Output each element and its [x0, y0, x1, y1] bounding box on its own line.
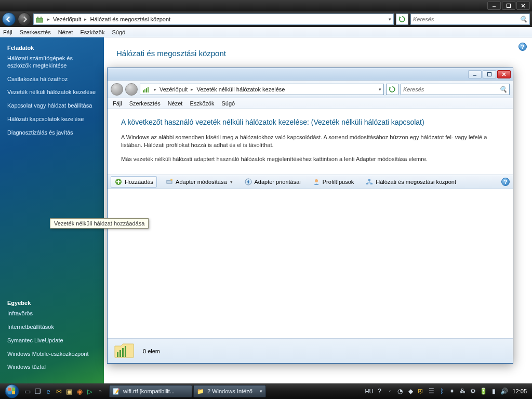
breadcrumb-sep-icon: ▸ [189, 87, 195, 92]
svg-rect-30 [125, 346, 126, 357]
toolbar-profile-label: Profiltípusok [323, 179, 354, 185]
dialog-close-button[interactable] [497, 70, 511, 78]
forward-button[interactable] [18, 12, 31, 26]
svg-rect-27 [117, 352, 118, 357]
breadcrumb-dropdown-icon[interactable]: ▾ [387, 17, 393, 22]
sidebar-task-view-computers[interactable]: Hálózati számítógépek és eszközök megtek… [7, 55, 98, 70]
tray-shield-icon[interactable]: ⛨ [417, 387, 425, 395]
close-button[interactable] [516, 2, 530, 10]
sidebar-other-firewall[interactable]: Windows tűzfal [7, 364, 98, 371]
tray-app-icon[interactable]: ⚙ [469, 387, 477, 395]
sidebar-task-setup-connection[interactable]: Kapcsolat vagy hálózat beállítása [7, 102, 98, 110]
dialog-help-icon[interactable]: ? [501, 178, 510, 186]
start-button[interactable] [2, 383, 22, 399]
wireless-network-list[interactable] [108, 189, 513, 338]
tray-volume-icon[interactable]: 🔊 [500, 387, 508, 395]
tray-app-icon[interactable]: ☰ [427, 387, 435, 395]
dialog-back-button[interactable] [111, 83, 123, 96]
address-breadcrumb[interactable]: ▸ Vezérlőpult ▸ Hálózati és megosztási k… [33, 14, 394, 25]
back-button[interactable] [2, 12, 16, 26]
dialog-bc-current[interactable]: Vezeték nélküli hálózatok kezelése [195, 86, 286, 92]
chevron-down-icon: ▾ [230, 179, 233, 184]
ql-ie-icon[interactable]: e [44, 385, 53, 397]
dialog-menu-file[interactable]: Fájl [113, 100, 122, 107]
dialog-maximize-button[interactable] [483, 70, 496, 78]
maximize-button[interactable] [502, 2, 515, 10]
breadcrumb-current[interactable]: Hálózati és megosztási központ [89, 16, 171, 22]
sidebar-task-manage-wireless[interactable]: Vezeték nélküli hálózatok kezelése [7, 89, 98, 96]
search-box[interactable]: 🔍 [410, 14, 530, 25]
tray-help-icon[interactable]: ? [375, 387, 383, 395]
ql-explorer-icon[interactable]: ▣ [64, 385, 74, 397]
dialog-minimize-button[interactable] [468, 70, 482, 78]
task-explorer-group[interactable]: 📁 2 Windows Intéző ▾ [193, 385, 266, 397]
tray-wifi-icon[interactable]: ▮ [489, 387, 498, 395]
dialog-paragraph-2: Más vezeték nélküli hálózati adaptert ha… [121, 155, 499, 163]
menu-file[interactable]: Fájl [3, 29, 12, 35]
dialog-menu-help[interactable]: Súgó [221, 100, 235, 107]
svg-rect-12 [144, 89, 145, 92]
ql-wmp-icon[interactable]: ▷ [85, 385, 95, 397]
toolbar-profile-types-button[interactable]: Profiltípusok [309, 177, 357, 187]
svg-rect-35 [12, 391, 15, 394]
svg-point-19 [170, 179, 172, 181]
minimize-button[interactable] [487, 2, 501, 10]
ql-mail-icon[interactable]: ✉ [54, 385, 63, 397]
dialog-menu-tools[interactable]: Eszközök [190, 100, 214, 107]
toolbar-change-adapter-button[interactable]: Adapter módosítása ▾ [162, 177, 235, 187]
menu-view[interactable]: Nézet [58, 29, 73, 35]
tray-app-icon[interactable]: ◆ [406, 387, 415, 395]
svg-rect-14 [148, 87, 149, 92]
menu-help[interactable]: Súgó [112, 29, 125, 35]
dialog-breadcrumb[interactable]: ▸ Vezérlőpult ▸ Vezeték nélküli hálózato… [140, 84, 384, 95]
sidebar-other-infrared[interactable]: Infravörös [7, 310, 98, 317]
breadcrumb-dropdown-icon[interactable]: ▾ [377, 87, 383, 92]
help-icon[interactable]: ? [518, 43, 527, 51]
tray-overflow-icon[interactable]: ‹ [385, 387, 394, 395]
sidebar-other-internet[interactable]: Internetbeállítások [7, 324, 98, 331]
sidebar-task-manage-connections[interactable]: Hálózati kapcsolatok kezelése [7, 116, 98, 123]
tray-app-icon[interactable]: ◔ [396, 387, 404, 395]
ql-show-desktop-icon[interactable]: ▭ [23, 385, 32, 397]
search-icon: 🔍 [520, 16, 527, 23]
svg-rect-1 [507, 4, 511, 8]
priorities-icon [244, 178, 252, 186]
dialog-body: A következőt használó vezeték nélküli há… [108, 109, 513, 175]
tasks-sidebar: Feladatok Hálózati számítógépek és eszkö… [0, 37, 104, 383]
tray-app-icon[interactable]: ✦ [448, 387, 456, 395]
refresh-button[interactable] [396, 14, 408, 25]
tray-bluetooth-icon[interactable]: ᛒ [437, 387, 446, 395]
sidebar-task-connect[interactable]: Csatlakozás hálózathoz [7, 76, 98, 83]
task-wordpad[interactable]: 📝 wifi.rtf [kompatibilit... [109, 385, 192, 397]
ql-switch-windows-icon[interactable]: ❐ [33, 385, 43, 397]
search-input[interactable] [413, 16, 527, 22]
menu-edit[interactable]: Szerkesztés [20, 29, 51, 35]
chevron-down-icon: ▾ [260, 389, 262, 394]
status-item-count: 0 elem [143, 348, 160, 354]
dialog-menu-view[interactable]: Nézet [168, 100, 183, 107]
add-wireless-tooltip: Vezeték nélküli hálózat hozzáadása [50, 218, 149, 229]
breadcrumb-sep-icon: ▸ [152, 87, 158, 92]
toolbar-network-center-button[interactable]: Hálózati és megosztási központ [362, 177, 459, 187]
dialog-refresh-button[interactable] [386, 84, 398, 95]
sidebar-other-symantec[interactable]: Symantec LiveUpdate [7, 337, 98, 344]
dialog-search-box[interactable]: 🔍 [401, 84, 510, 95]
toolbar-adapter-priorities-button[interactable]: Adapter prioritásai [241, 177, 304, 187]
tray-battery-icon[interactable]: 🔋 [479, 387, 487, 395]
tray-network-icon[interactable]: 🖧 [458, 387, 467, 395]
sidebar-other-mobile[interactable]: Windows Mobile-eszközközpont [7, 351, 98, 358]
dialog-bc-root[interactable]: Vezérlőpult [158, 86, 189, 92]
ql-overflow-icon[interactable]: » [96, 385, 105, 397]
dialog-search-input[interactable] [403, 86, 507, 92]
dialog-forward-button[interactable] [125, 83, 138, 96]
lang-indicator[interactable]: HU [365, 388, 374, 394]
dialog-menu-edit[interactable]: Szerkesztés [129, 100, 161, 107]
menu-tools[interactable]: Eszközök [80, 29, 104, 35]
ql-media-icon[interactable]: ◉ [75, 385, 84, 397]
breadcrumb-sep-icon: ▸ [45, 17, 52, 22]
breadcrumb-root[interactable]: Vezérlőpult [52, 16, 82, 22]
toolbar-add-button[interactable]: Hozzáadás [111, 176, 157, 188]
tray-clock[interactable]: 12:05 [512, 388, 527, 394]
svg-rect-13 [146, 88, 147, 92]
sidebar-task-diagnose[interactable]: Diagnosztizálás és javítás [7, 129, 98, 137]
